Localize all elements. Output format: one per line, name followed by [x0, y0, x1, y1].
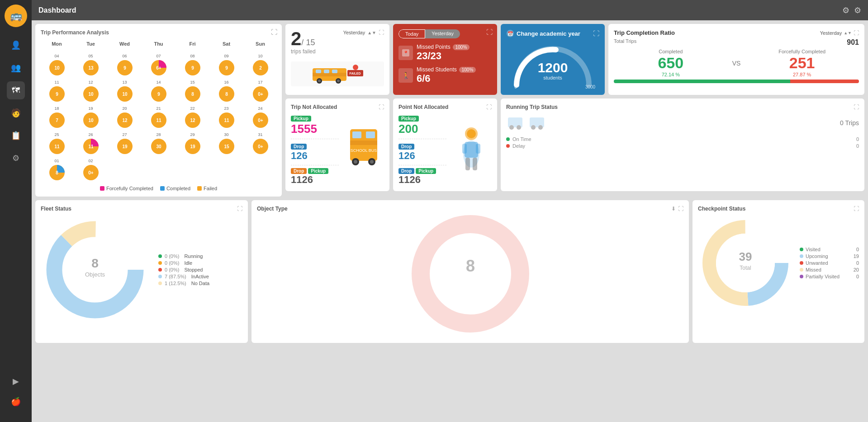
- svg-rect-66: [316, 70, 321, 73]
- svg-point-65: [337, 80, 340, 82]
- drop2-tag: Drop: [291, 168, 307, 174]
- fleet-nodata-label: 1 (12.5%): [165, 281, 186, 286]
- partially-label: Partially Visited: [806, 274, 840, 279]
- date-tabs: Today Yesterday: [398, 29, 492, 38]
- calendar-day-06[interactable]: 06 9: [109, 53, 141, 77]
- calendar-day-14[interactable]: 14 9: [142, 79, 175, 103]
- filter-icon[interactable]: ⚙: [842, 5, 849, 15]
- calendar-day-19[interactable]: 19 10: [75, 105, 107, 130]
- calendar-day-24[interactable]: 24 0+: [244, 105, 276, 130]
- tab-yesterday[interactable]: Yesterday: [425, 29, 460, 38]
- svg-text:11: 11: [224, 118, 229, 123]
- point-pickup2-tag: Pickup: [416, 168, 436, 174]
- calendar-day-21[interactable]: 21 11: [142, 105, 175, 130]
- allocation-row: Trip Not Allocated ⛶ Pickup 1555 Drop 12…: [285, 98, 864, 191]
- pickup2-tag: Pickup: [308, 168, 328, 174]
- expand-checkpoint-icon[interactable]: ⛶: [854, 206, 859, 212]
- expand-missed-icon[interactable]: ⛶: [486, 28, 493, 36]
- calendar-day-01[interactable]: 01 8: [41, 158, 73, 182]
- svg-text:0+: 0+: [88, 170, 94, 175]
- point-drop-value: 126: [398, 150, 446, 162]
- time-selector[interactable]: Yesterday ▲▼ ⛶: [343, 29, 384, 36]
- sidebar-icon-group[interactable]: 👥: [7, 59, 25, 77]
- calendar-day-23[interactable]: 23 11: [210, 105, 242, 130]
- point-pickup-value: 200: [398, 122, 446, 136]
- calendar-day-11[interactable]: 11 9: [41, 79, 73, 103]
- calendar-day-16[interactable]: 16 8: [210, 79, 242, 103]
- calendar-day-30[interactable]: 30 15: [210, 131, 242, 156]
- point-drop-tag: Drop: [398, 144, 414, 150]
- calendar-day-02[interactable]: 02 0+: [75, 158, 107, 182]
- calendar-day-26[interactable]: 26 11: [75, 131, 107, 156]
- missed-students-row: 🚶 Missed Students 100% 6/6: [398, 66, 492, 84]
- missed-students-pct: 100%: [459, 67, 476, 73]
- sidebar-icon-map[interactable]: 🗺: [7, 81, 25, 99]
- calendar-day-07[interactable]: 07 6+: [142, 53, 175, 77]
- calendar-day-27[interactable]: 27 19: [109, 131, 141, 156]
- calendar-day-17[interactable]: 17 0+: [244, 79, 276, 103]
- svg-point-102: [531, 125, 536, 130]
- svg-text:8: 8: [465, 257, 474, 275]
- sidebar-icon-person[interactable]: 🧑: [7, 104, 25, 122]
- partially-stat: Partially Visited 0: [800, 274, 859, 279]
- svg-text:8: 8: [191, 92, 194, 97]
- svg-text:12: 12: [190, 118, 195, 123]
- point-drop2-tag: Drop: [398, 168, 414, 174]
- sidebar-icon-settings[interactable]: ⚙: [7, 149, 25, 167]
- expand-object-icon[interactable]: ⛶: [678, 206, 683, 212]
- sidebar-icon-document[interactable]: 📋: [7, 127, 25, 145]
- sidebar-icon-apple[interactable]: 🍎: [7, 393, 25, 411]
- main-content: Trip Performance Analysis ⛶ Mon Tue Wed …: [32, 20, 868, 422]
- expand-alloc-icon[interactable]: ⛶: [379, 104, 384, 110]
- calendar-day-28[interactable]: 28 30: [142, 131, 175, 156]
- expand-icon[interactable]: ⛶: [271, 28, 277, 36]
- running-trip-card: Running Trip Status ⛶ 0 Trips: [501, 98, 864, 191]
- settings-icon[interactable]: ⚙: [854, 5, 861, 15]
- academic-year-title: Change academic year: [517, 30, 580, 37]
- person-illustration: [451, 114, 492, 186]
- calendar-day-31[interactable]: 31 0+: [244, 131, 276, 156]
- expand-completion-icon[interactable]: ⛶: [854, 30, 859, 36]
- svg-rect-94: [462, 144, 467, 154]
- trip-completion-time[interactable]: Yesterday ▲▼ ⛶: [820, 30, 859, 36]
- svg-text:📍: 📍: [403, 50, 409, 56]
- calendar-day-20[interactable]: 20 12: [109, 105, 141, 130]
- calendar-day-25[interactable]: 25 11: [41, 131, 73, 156]
- expand-trips-icon[interactable]: ⛶: [379, 29, 384, 36]
- tab-today[interactable]: Today: [398, 29, 425, 38]
- avatar[interactable]: 🚌: [5, 5, 27, 27]
- bus-illustration: FAILED: [291, 61, 384, 86]
- on-time-row: On Time 0: [506, 136, 859, 142]
- svg-point-63: [318, 80, 321, 82]
- calendar-day-29[interactable]: 29 19: [176, 131, 209, 156]
- svg-text:12: 12: [122, 118, 128, 123]
- calendar-day-13[interactable]: 13 10: [109, 79, 141, 103]
- calendar-day-10[interactable]: 10 2: [244, 53, 276, 77]
- sidebar-icon-play[interactable]: ▶: [7, 372, 25, 390]
- missed-students-label: Missed Students: [417, 66, 457, 73]
- svg-rect-67: [324, 70, 329, 73]
- expand-running-icon[interactable]: ⛶: [854, 104, 859, 110]
- svg-rect-84: [366, 131, 375, 138]
- download-object-icon[interactable]: ⬇: [671, 206, 676, 212]
- calendar-day-22[interactable]: 22 12: [176, 105, 209, 130]
- missed-points-row: 📍 Missed Points 100% 23/23: [398, 44, 492, 62]
- svg-text:39: 39: [739, 250, 752, 263]
- calendar-day-12[interactable]: 12 10: [75, 79, 107, 103]
- calendar-day-04[interactable]: 04 10: [41, 53, 73, 77]
- cal-sun: Sun: [244, 39, 276, 48]
- calendar-day-09[interactable]: 09 9: [210, 53, 242, 77]
- total-trips-value: 901: [847, 38, 859, 47]
- sidebar-icon-user[interactable]: 👤: [7, 36, 25, 54]
- expand-academic-icon[interactable]: ⛶: [593, 30, 599, 37]
- calendar-day-18[interactable]: 18 7: [41, 105, 73, 130]
- point-pickup-tag: Pickup: [398, 116, 419, 122]
- calendar-day-15[interactable]: 15 8: [176, 79, 209, 103]
- expand-fleet-icon[interactable]: ⛶: [237, 206, 242, 212]
- trips-failed-card: 2/ 15 trips failed Yesterday ▲▼ ⛶: [285, 24, 389, 95]
- svg-rect-97: [473, 158, 477, 170]
- svg-text:3000: 3000: [585, 84, 596, 89]
- expand-point-icon[interactable]: ⛶: [486, 104, 492, 110]
- calendar-day-08[interactable]: 08 9: [176, 53, 209, 77]
- calendar-day-05[interactable]: 05 13: [75, 53, 107, 77]
